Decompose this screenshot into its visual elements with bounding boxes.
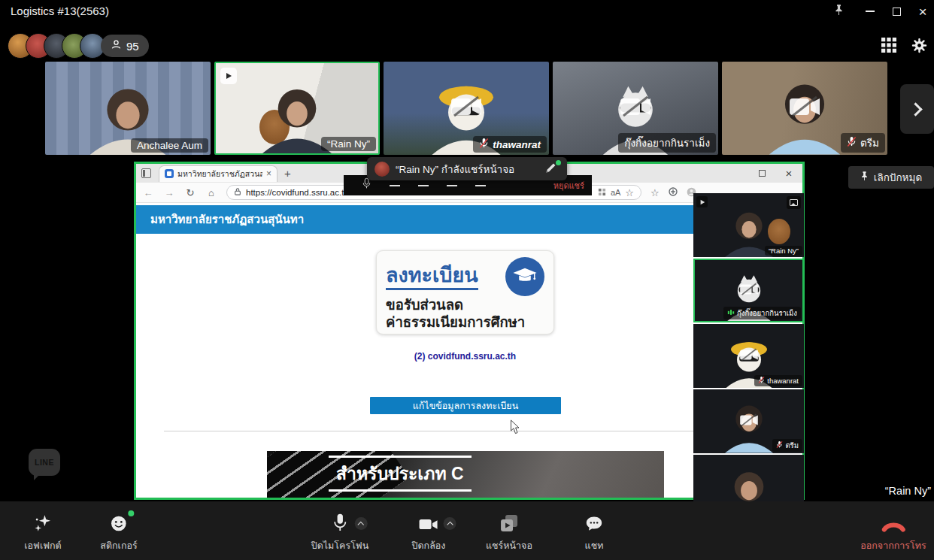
tab-actions-icon[interactable] bbox=[141, 168, 151, 178]
minimized-control[interactable] bbox=[447, 185, 457, 186]
minimized-control[interactable] bbox=[418, 185, 429, 186]
minimized-control[interactable] bbox=[475, 185, 486, 186]
name-tag: กุ๊งกิ๊งอยากกินราเม็ง bbox=[618, 133, 716, 153]
self-name-label: “Rain Ny” bbox=[885, 485, 931, 497]
participant-avatar-stack[interactable] bbox=[8, 33, 98, 59]
participant-count-button[interactable]: 95 bbox=[101, 35, 149, 57]
close-button[interactable]: × bbox=[911, 3, 934, 20]
hangup-phone-icon bbox=[881, 512, 905, 533]
name-tag: กุ๊งกิ๊งอยากกินราเม็ง bbox=[723, 307, 801, 319]
camera-options-button[interactable] bbox=[444, 517, 456, 530]
call-toolbar: เอฟเฟกต์ สติกเกอร์ ปิดไมโครโฟน ปิดกล้อง bbox=[0, 501, 934, 560]
stop-share-button[interactable]: หยุดแชร์ bbox=[553, 179, 584, 192]
sharing-banner: “Rain Ny” กำลังแชร์หน้าจอ bbox=[367, 157, 567, 180]
pin-icon bbox=[860, 171, 869, 184]
chat-icon bbox=[585, 512, 604, 533]
camera-icon bbox=[419, 512, 438, 533]
maximize-icon bbox=[893, 8, 901, 16]
settings-button[interactable] bbox=[911, 38, 929, 56]
sidebar-tile-kungking[interactable]: กุ๊งกิ๊งอยากกินราเม็ง bbox=[693, 259, 804, 322]
maximize-button[interactable] bbox=[885, 3, 908, 20]
page-link[interactable]: (2) covidfund.ssru.ac.th bbox=[376, 351, 554, 362]
extensions-icon[interactable] bbox=[669, 187, 678, 198]
share-screen-button[interactable]: แชร์หน้าจอ bbox=[486, 512, 532, 553]
sharer-avatar bbox=[375, 162, 390, 177]
name-tag: “Rain Ny” bbox=[321, 137, 376, 151]
voice-activity-icon bbox=[727, 309, 735, 317]
share-screen-icon bbox=[499, 512, 519, 533]
sidebar-tile-rain-ny[interactable]: “Rain Ny” bbox=[693, 193, 804, 257]
mute-mic-button[interactable]: ปิดไมโครโฟน bbox=[311, 512, 368, 553]
site-favicon bbox=[165, 169, 174, 178]
restore-icon bbox=[759, 170, 766, 177]
sidebar-tile-thawanrat[interactable]: thawanrat bbox=[693, 324, 804, 388]
sticker-smiley-icon bbox=[109, 512, 128, 533]
name-tag: Anchalee Aum bbox=[131, 138, 208, 153]
banner-title: ลงทะเบียน bbox=[386, 263, 478, 290]
grid-icon bbox=[881, 42, 896, 55]
registration-banner: ลงทะเบียน ขอรับส่วนลด ค่าธรรมเนียมการศึก… bbox=[376, 250, 554, 334]
home-button[interactable]: ⌂ bbox=[205, 187, 217, 198]
tab-close-icon[interactable]: × bbox=[266, 169, 271, 178]
camera-off-button[interactable]: ปิดกล้อง bbox=[412, 512, 446, 553]
video-tile-thawanrat[interactable]: thawanrat bbox=[384, 62, 549, 155]
browser-close-button[interactable]: × bbox=[775, 167, 802, 180]
tab-groups-icon[interactable] bbox=[598, 188, 606, 198]
effect-badge bbox=[787, 196, 801, 209]
new-indicator-dot bbox=[128, 510, 134, 516]
back-button[interactable]: ← bbox=[142, 187, 154, 198]
pin-window-button[interactable] bbox=[827, 3, 850, 20]
banner-line2: ขอรับส่วนลด bbox=[386, 296, 544, 313]
annotate-button[interactable] bbox=[544, 162, 559, 177]
video-tile-rain-ny[interactable]: “Rain Ny” bbox=[214, 62, 380, 155]
name-tag: ตรีม bbox=[772, 439, 802, 452]
minimized-control[interactable] bbox=[390, 185, 400, 186]
collections-icon[interactable]: ☆ bbox=[650, 187, 660, 198]
translate-icon[interactable]: aA bbox=[611, 188, 620, 197]
app-window: Logistics #13(2563) × 95 Anchalee bbox=[0, 0, 934, 560]
mic-options-button[interactable] bbox=[354, 517, 367, 530]
chevron-up-icon bbox=[447, 522, 453, 528]
unpin-button[interactable]: เลิกปักหมุด bbox=[848, 166, 934, 189]
chevron-right-icon bbox=[908, 102, 922, 116]
stickers-button[interactable]: สติกเกอร์ bbox=[100, 512, 137, 553]
video-tile-trim[interactable]: ตรีม bbox=[722, 62, 887, 155]
tab-title: มหาวิทยาลัยราชภัฏสวนสุนันทา bbox=[177, 168, 262, 180]
image-caption: สำหรับประเภท C bbox=[329, 456, 472, 492]
new-tab-button[interactable]: + bbox=[284, 167, 291, 180]
mouse-cursor bbox=[510, 419, 520, 437]
banner-line3: ค่าธรรมเนียมการศึกษา bbox=[386, 313, 544, 331]
effects-button[interactable]: เอฟเฟกต์ bbox=[24, 512, 61, 553]
browser-restore-button[interactable] bbox=[748, 170, 775, 177]
forward-button[interactable]: → bbox=[163, 187, 175, 198]
sidebar-tile-trim[interactable]: ตรีม bbox=[693, 389, 804, 453]
share-badge bbox=[696, 196, 708, 207]
chevron-up-icon bbox=[358, 522, 364, 528]
participant-count: 95 bbox=[126, 40, 139, 53]
refresh-button[interactable]: ↻ bbox=[184, 187, 196, 198]
favorite-star-icon[interactable]: ☆ bbox=[625, 187, 634, 198]
mic-muted-icon bbox=[776, 440, 783, 450]
edit-registration-button[interactable]: แก้ไขข้อมูลการลงทะเบียน bbox=[370, 397, 561, 414]
chat-button[interactable]: แชท bbox=[585, 512, 604, 553]
unpin-label: เลิกปักหมุด bbox=[874, 169, 922, 186]
browser-window-controls: × bbox=[748, 164, 802, 183]
screen-share-badge bbox=[220, 68, 237, 84]
minimize-button[interactable] bbox=[859, 3, 881, 20]
strip-next-button[interactable] bbox=[900, 84, 934, 134]
camera-off-icon bbox=[739, 348, 759, 365]
gear-icon bbox=[911, 43, 927, 56]
leave-call-button[interactable]: ออกจากการโทร bbox=[860, 512, 926, 553]
video-tile-kungking[interactable]: กุ๊งกิ๊งอยากกินราเม็ง bbox=[553, 62, 718, 155]
mic-muted-icon bbox=[758, 376, 765, 386]
close-icon: × bbox=[786, 167, 793, 180]
type-c-image: สำหรับประเภท C bbox=[267, 451, 664, 498]
name-tag: thawanrat bbox=[754, 375, 802, 386]
close-icon: × bbox=[918, 5, 926, 19]
sparkles-icon bbox=[33, 512, 53, 533]
minimize-icon bbox=[866, 11, 875, 12]
grid-view-button[interactable] bbox=[881, 38, 899, 56]
browser-tab[interactable]: มหาวิทยาลัยราชภัฏสวนสุนันทา × bbox=[159, 165, 277, 182]
video-tile-anchalee[interactable]: Anchalee Aum bbox=[45, 62, 211, 155]
camera-off-icon bbox=[619, 95, 652, 121]
